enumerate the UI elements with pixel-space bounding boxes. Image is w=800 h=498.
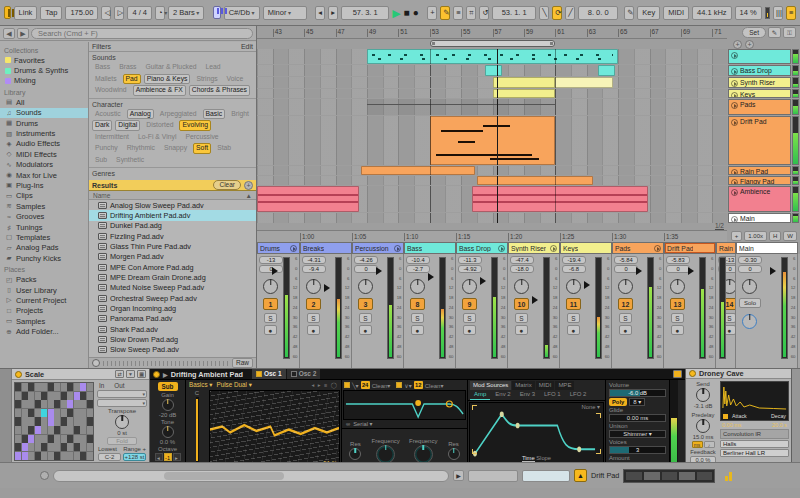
filter-tag[interactable]: Brass	[116, 62, 139, 73]
range-value[interactable]: +128 st	[123, 453, 146, 461]
time-signature-field[interactable]: 4 / 4	[127, 6, 152, 20]
filter-tag[interactable]: Punchy	[92, 143, 121, 154]
scale-grid-cell[interactable]	[61, 383, 67, 391]
osc-wave-menu[interactable]: Pulse Dual ▾	[216, 381, 251, 388]
preview-volume-knob[interactable]	[742, 314, 757, 329]
scale-grid-cell[interactable]	[67, 400, 73, 408]
scale-grid-cell[interactable]	[41, 443, 47, 451]
solo-button[interactable]: S	[567, 313, 580, 323]
follow-left-button[interactable]: ◂	[315, 6, 325, 20]
scale-grid-cell[interactable]	[87, 383, 93, 391]
envelope-display[interactable]: None ▾ Time Slope	[469, 402, 604, 463]
search-input[interactable]: Search (Cmd + F)	[31, 28, 253, 39]
env-time-toggle[interactable]: Time	[522, 455, 535, 462]
track-activator-button[interactable]: 13	[670, 298, 685, 310]
filter-tag[interactable]: Lo-Fi & Vinyl	[135, 132, 179, 143]
filter-tag[interactable]: Chords & Phrases	[189, 85, 250, 96]
filter-tag[interactable]: Evolving	[179, 120, 211, 131]
filter-tag[interactable]: Intermittent	[92, 132, 132, 143]
filter-tag[interactable]: Stab	[214, 143, 234, 154]
scale-grid-cell[interactable]	[35, 443, 41, 451]
scale-grid-cell[interactable]	[74, 426, 80, 434]
attack-value[interactable]: 0.00 ms	[722, 422, 742, 428]
scale-grid-cell[interactable]	[28, 443, 34, 451]
filter-tag[interactable]: Acoustic	[92, 109, 124, 120]
filter1-slope[interactable]: 24	[361, 381, 370, 389]
track-clip-lane[interactable]	[257, 186, 727, 212]
scale-grid-cell[interactable]	[28, 452, 34, 460]
scale-root-menu[interactable]: C#/Db	[224, 6, 260, 20]
filter1-shape-icon[interactable]: ╲▾	[352, 382, 359, 389]
volume-fader-handle[interactable]	[272, 267, 282, 275]
mixer-track-tab[interactable]: Drums	[257, 242, 300, 254]
mixer-track-tab[interactable]: Bass Drop	[456, 242, 508, 254]
freq2-knob[interactable]	[414, 445, 433, 464]
volume-fader-handle[interactable]	[428, 273, 438, 281]
peak-level-field[interactable]: -19.4	[562, 256, 586, 264]
volume-fader-handle[interactable]	[376, 267, 386, 275]
scale-in-select[interactable]	[97, 390, 147, 398]
tab-matrix[interactable]: Matrix	[512, 381, 534, 390]
scale-grid-cell[interactable]	[22, 443, 28, 451]
sidebar-item-midi-effects[interactable]: ◇MIDI Effects	[0, 149, 88, 159]
sidebar-item-plug-ins[interactable]: ▣Plug-Ins	[0, 180, 88, 190]
metronome-button[interactable]: ◔	[155, 6, 165, 20]
predelay-value[interactable]: 15.0 ms	[693, 434, 714, 440]
punch-out-button[interactable]: ╱	[565, 6, 575, 20]
scale-grid-cell[interactable]	[87, 426, 93, 434]
filters-title[interactable]: Filters	[92, 43, 111, 50]
scale-grid[interactable]	[14, 382, 94, 461]
scale-grid-cell[interactable]	[48, 417, 54, 425]
scale-grid-cell[interactable]	[15, 417, 21, 425]
filter1-type-menu[interactable]: Clean▾	[372, 382, 391, 389]
res1-knob[interactable]	[349, 448, 361, 460]
volume-field[interactable]: 0	[354, 265, 378, 273]
midi-map-button[interactable]: MIDI	[663, 6, 689, 20]
scale-grid-cell[interactable]	[28, 435, 34, 443]
track-header[interactable]: Flangy Pad	[728, 176, 791, 185]
osc-nav-icons[interactable]: ◂ ▸ ≡ ◯	[312, 382, 338, 388]
tone-value[interactable]: 0.0 %	[160, 439, 175, 445]
scale-grid-cell[interactable]	[35, 435, 41, 443]
device-title[interactable]: Scale	[25, 370, 44, 379]
filter-tag[interactable]: Strings	[193, 74, 220, 85]
warning-icon[interactable]: ▲	[574, 469, 587, 482]
filter-tag[interactable]: Mallets	[92, 74, 120, 85]
scale-grid-cell[interactable]	[80, 400, 86, 408]
loop-start-field[interactable]: 53. 1. 1	[492, 6, 536, 20]
scale-grid-cell[interactable]	[15, 452, 21, 460]
scale-grid-cell[interactable]	[74, 435, 80, 443]
list-item[interactable]: Organ Incoming.adg	[89, 303, 256, 313]
scale-grid-cell[interactable]	[67, 383, 73, 391]
loop-switch[interactable]: ⟳	[552, 6, 562, 20]
scale-grid-cell[interactable]	[54, 400, 60, 408]
scale-grid-cell[interactable]	[41, 435, 47, 443]
device-on-toggle[interactable]	[15, 371, 22, 378]
tempo-field[interactable]: 175.00	[65, 6, 98, 20]
send-knob[interactable]	[696, 388, 710, 402]
track-play-icon[interactable]	[731, 52, 738, 59]
gain-knob[interactable]	[162, 399, 174, 411]
tab-midi[interactable]: MIDI	[536, 381, 555, 390]
scale-grid-cell[interactable]	[48, 400, 54, 408]
sounds-filter-label[interactable]: Sounds	[92, 53, 253, 62]
filter-tag[interactable]: Sub	[92, 155, 110, 166]
track-activator-button[interactable]: 11	[566, 298, 581, 310]
track-activator-button[interactable]: 1	[263, 298, 278, 310]
stop-button[interactable]: ■	[404, 7, 410, 18]
clip[interactable]	[367, 99, 555, 115]
browser-forward-button[interactable]: ▶	[17, 28, 29, 39]
transpose-value[interactable]: 0 st	[97, 430, 147, 436]
scale-grid-cell[interactable]	[35, 452, 41, 460]
filter-tag[interactable]: Analog	[127, 109, 154, 120]
fold-device-icon[interactable]: ▣	[137, 370, 146, 378]
scale-grid-cell[interactable]	[87, 392, 93, 400]
follow-right-button[interactable]: ▸	[328, 6, 338, 20]
env-mod-menu[interactable]: None ▾	[582, 404, 600, 410]
tab-env3[interactable]: Env 3	[516, 390, 539, 400]
pan-knob[interactable]	[742, 279, 757, 294]
unfold-device-icon[interactable]: ▶	[163, 371, 168, 378]
record-button[interactable]: ●	[413, 7, 419, 18]
name-column-header[interactable]: Name	[93, 192, 110, 199]
scale-grid-cell[interactable]	[48, 409, 54, 417]
